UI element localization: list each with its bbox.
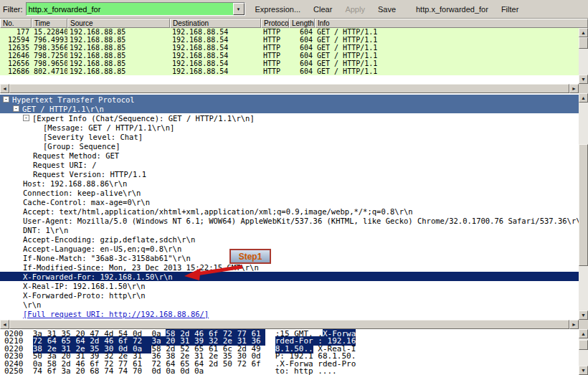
scroll-up-button[interactable]: ▲ [579, 28, 588, 37]
packet-protocol: HTTP [261, 28, 289, 36]
packet-info: GET / HTTP/1.1 [315, 28, 579, 36]
packet-length: 604 [289, 28, 315, 36]
hex-ascii[interactable]: to: http .... [275, 366, 337, 375]
scroll-track[interactable] [579, 103, 588, 310]
packet-source: 192.168.88.85 [67, 44, 170, 52]
scroll-left-button[interactable]: ◄ [0, 84, 9, 93]
expander-icon[interactable]: - [3, 96, 9, 103]
scroll-thumb[interactable] [579, 144, 588, 266]
packet-destination: 192.168.88.54 [170, 28, 261, 36]
column-header-time[interactable]: Time [32, 19, 67, 28]
detail-row[interactable]: X-Forwarded-For: 192.168.1.50\r\n [0, 272, 579, 281]
detail-vscrollbar[interactable]: ▲ ▼ [579, 93, 588, 320]
packet-row[interactable]: 12686802.471078192.168.88.85192.168.88.5… [0, 67, 579, 75]
detail-row[interactable]: Request Version: HTTP/1.1 [0, 169, 579, 179]
packet-list-hscrollbar[interactable]: ◄ ► [0, 84, 579, 93]
arrow-up-icon: ▲ [581, 95, 586, 100]
detail-row[interactable]: [Full request URI: http://192.168.88.86/… [0, 309, 579, 318]
detail-row[interactable]: Request Method: GET [0, 151, 579, 160]
packet-list-header: No.TimeSourceDestinationProtocolLengthIn… [0, 19, 588, 28]
packet-row[interactable]: 12594796.499311192.168.88.85192.168.88.5… [0, 36, 579, 44]
scroll-thumb[interactable] [579, 37, 588, 49]
filter-dropdown-button[interactable]: ▼ [233, 3, 245, 15]
scroll-up-button[interactable]: ▲ [579, 93, 588, 103]
detail-row[interactable]: Accept: text/html,application/xhtml+xml,… [0, 207, 579, 216]
scroll-down-button[interactable]: ▼ [579, 75, 588, 84]
packet-info: GET / HTTP/1.1 [315, 36, 579, 44]
column-header-destination[interactable]: Destination [170, 19, 261, 28]
detail-row[interactable]: DNT: 1\r\n [0, 225, 579, 234]
packet-length: 604 [289, 44, 315, 52]
scroll-right-button[interactable]: ► [569, 320, 579, 329]
detail-row[interactable]: X-Forwarded-Proto: http\r\n [0, 290, 579, 300]
detail-row[interactable]: Cache-Control: max-age=0\r\n [0, 197, 579, 207]
filter-combo[interactable]: ▼ [26, 2, 245, 16]
toolbar-button-apply[interactable]: Apply [341, 4, 369, 15]
detail-row[interactable]: If-Modified-Since: Mon, 23 Dec 2013 15:2… [0, 262, 579, 272]
detail-row[interactable]: Host: 192.168.88.86\r\n [0, 179, 579, 188]
detail-row[interactable]: User-Agent: Mozilla/5.0 (Windows NT 6.1;… [0, 216, 579, 225]
packet-list-vscrollbar[interactable]: ▲ ▼ [579, 28, 588, 84]
detail-text: Request Method: GET [33, 151, 119, 160]
detail-row[interactable]: [Group: Sequence] [0, 141, 579, 151]
expander-icon[interactable]: - [13, 105, 19, 112]
scroll-right-button[interactable]: ► [569, 84, 579, 93]
toolbar-button-clear[interactable]: Clear [309, 4, 336, 15]
packet-info: GET / HTTP/1.1 [315, 60, 579, 67]
packet-time: 798.725074 [32, 52, 67, 60]
scroll-thumb[interactable] [579, 340, 588, 350]
scroll-track[interactable] [579, 338, 588, 366]
hex-row[interactable]: 0250 74 6f 3a 20 68 74 74 70 0d 0a 0d 0a… [4, 368, 579, 375]
column-header-source[interactable]: Source [67, 19, 170, 28]
column-header-protocol[interactable]: Protocol [261, 19, 289, 28]
packet-time: 798.965073 [32, 60, 67, 67]
toolbar-button-expression[interactable]: Expression... [251, 4, 305, 15]
arrow-left-icon: ◄ [2, 322, 7, 327]
toolbar-button-save[interactable]: Save [374, 4, 400, 15]
column-header-info[interactable]: Info [315, 19, 588, 28]
detail-text: Host: 192.168.88.86\r\n [23, 179, 127, 188]
detail-row[interactable]: -[Expert Info (Chat/Sequence): GET / HTT… [0, 113, 579, 123]
packet-row[interactable]: 12646798.725074192.168.88.85192.168.88.5… [0, 52, 579, 60]
filter-input[interactable] [27, 3, 233, 15]
packet-row[interactable]: 12635798.356686192.168.88.85192.168.88.5… [0, 44, 579, 52]
detail-row[interactable]: -GET / HTTP/1.1\r\n [0, 104, 579, 113]
detail-row[interactable]: Connection: keep-alive\r\n [0, 188, 579, 197]
detail-row[interactable]: [Severity level: Chat] [0, 132, 579, 141]
detail-text: X-Forwarded-Proto: http\r\n [23, 291, 146, 300]
packet-destination: 192.168.88.54 [170, 36, 261, 44]
detail-hscrollbar[interactable]: ◄ ► [0, 320, 579, 329]
scrollbar-corner [579, 320, 588, 329]
packet-time: 798.356686 [32, 44, 67, 52]
detail-row[interactable]: X-Real-IP: 192.168.1.50\r\n [0, 281, 579, 290]
filter-label: Filter: [3, 5, 23, 14]
scroll-thumb[interactable] [9, 84, 569, 93]
packet-row[interactable]: 17715.2284070192.168.88.85192.168.88.54H… [0, 28, 579, 36]
hex-bytes[interactable]: 74 6f 3a 20 68 74 74 70 0d 0a 0d 0a [33, 366, 266, 375]
hex-offset: 0250 [4, 366, 24, 375]
packet-source: 192.168.88.85 [67, 52, 170, 60]
detail-row[interactable]: -Hypertext Transfer Protocol [0, 95, 579, 104]
detail-row[interactable]: \r\n [0, 300, 579, 309]
expander-icon[interactable]: - [23, 115, 29, 121]
detail-row[interactable]: [Message: GET / HTTP/1.1\r\n] [0, 123, 579, 132]
step1-label: Step1 [239, 252, 262, 262]
scroll-left-button[interactable]: ◄ [0, 320, 9, 329]
scroll-track[interactable] [579, 37, 588, 75]
detail-row[interactable]: Accept-Language: en-US,en;q=0.8\r\n [0, 244, 579, 253]
packet-no: 12646 [0, 52, 32, 60]
scroll-down-button[interactable]: ▼ [579, 366, 588, 375]
packet-row[interactable]: 12656798.965073192.168.88.85192.168.88.5… [0, 60, 579, 67]
column-header-no[interactable]: No. [0, 19, 32, 28]
detail-row[interactable]: If-None-Match: "36a8-3c-3158ab61"\r\n [0, 253, 579, 262]
scroll-up-button[interactable]: ▲ [579, 329, 588, 338]
detail-row[interactable]: Accept-Encoding: gzip,deflate,sdch\r\n [0, 234, 579, 244]
scroll-thumb[interactable] [9, 320, 569, 329]
toolbar-button-filter[interactable]: Filter [497, 4, 523, 15]
toolbar-button-http-x-forwarded-for[interactable]: http.x_forwarded_for [412, 4, 493, 15]
scroll-down-button[interactable]: ▼ [579, 310, 588, 320]
detail-row[interactable]: Request URI: / [0, 160, 579, 169]
column-header-length[interactable]: Length [289, 19, 315, 28]
arrow-down-icon: ▼ [581, 368, 586, 373]
hex-vscrollbar[interactable]: ▲ ▼ [579, 329, 588, 375]
